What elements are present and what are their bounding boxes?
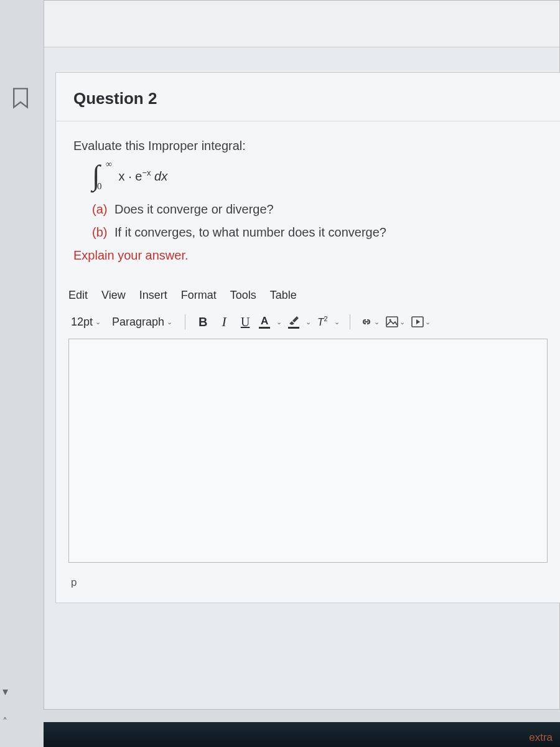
chevron-down-icon: ⌄ [425, 318, 431, 326]
bold-button[interactable]: B [195, 314, 210, 329]
menu-view[interactable]: View [101, 289, 126, 302]
question-header: Question 2 [56, 73, 560, 121]
highlight-button[interactable] [288, 316, 299, 329]
font-size-dropdown[interactable]: 12pt ⌄ [68, 314, 103, 330]
part-a-label: (a) [92, 202, 107, 216]
part-a-text: Does it converge or diverge? [114, 202, 274, 216]
answer-textarea[interactable] [75, 345, 541, 556]
text-color-button[interactable]: A [259, 316, 270, 329]
top-strip [44, 1, 559, 47]
part-b-label: (b) [92, 225, 107, 239]
chevron-down-icon[interactable]: ⌄ [306, 318, 311, 326]
menu-insert[interactable]: Insert [139, 289, 167, 302]
paragraph-style-dropdown[interactable]: Paragraph ⌄ [110, 314, 175, 330]
integrand: x · e−x dx [119, 168, 168, 184]
integral-symbol: ∫ ∞ 0 [92, 164, 100, 187]
underline-button[interactable]: U [238, 314, 253, 329]
toolbar-divider [350, 314, 350, 329]
editor-toolbar: 12pt ⌄ Paragraph ⌄ B I U A ⌄ ⌄ [56, 309, 560, 339]
media-button[interactable]: ⌄ [411, 316, 431, 327]
menu-table[interactable]: Table [270, 289, 297, 302]
italic-button[interactable]: I [217, 314, 231, 329]
explain-instruction: Explain your answer. [73, 248, 543, 263]
scroll-up-icon[interactable]: ˄ [2, 716, 7, 728]
bottom-bar: extra [44, 722, 560, 747]
part-a: (a) Does it converge or diverge? [92, 202, 543, 217]
paragraph-style-value: Paragraph [112, 316, 164, 329]
text-color-bar [259, 327, 270, 329]
part-b-text: If it converges, to what number does it … [114, 225, 386, 239]
editor-area[interactable] [68, 339, 548, 563]
integral-lower-bound: 0 [97, 182, 102, 190]
image-button[interactable]: ⌄ [386, 316, 405, 327]
chevron-down-icon[interactable]: ⌄ [276, 318, 282, 326]
chevron-down-icon: ⌄ [95, 318, 101, 326]
bookmark-icon[interactable] [11, 87, 30, 110]
menu-tools[interactable]: Tools [230, 289, 256, 302]
menu-edit[interactable]: Edit [68, 289, 88, 302]
toolbar-divider [185, 314, 185, 329]
text-color-letter: A [261, 316, 268, 326]
editor-menu-bar: Edit View Insert Format Tools Table [56, 284, 560, 309]
menu-format[interactable]: Format [181, 289, 217, 302]
footer-text: extra [529, 731, 553, 743]
scroll-down-icon[interactable]: ▾ [2, 685, 8, 698]
chevron-down-icon: ⌄ [399, 318, 405, 326]
integral-expression: ∫ ∞ 0 x · e−x dx [92, 164, 543, 187]
integral-upper-bound: ∞ [106, 161, 112, 167]
superscript-button[interactable]: T2 [317, 315, 328, 329]
chevron-down-icon[interactable]: ⌄ [334, 318, 340, 326]
question-title: Question 2 [73, 89, 543, 108]
question-prompt: Evaluate this Improper integral: [73, 139, 543, 153]
question-body: Evaluate this Improper integral: ∫ ∞ 0 x… [56, 121, 560, 284]
question-page: Question 2 Evaluate this Improper integr… [44, 0, 560, 710]
part-b: (b) If it converges, to what number does… [92, 225, 543, 240]
editor-status-path: p [56, 573, 560, 603]
link-button[interactable]: ⌄ [360, 317, 380, 327]
highlight-color-bar [288, 327, 299, 329]
chevron-down-icon: ⌄ [374, 318, 380, 326]
font-size-value: 12pt [71, 316, 93, 329]
question-card: Question 2 Evaluate this Improper integr… [55, 72, 560, 603]
chevron-down-icon: ⌄ [167, 318, 172, 326]
